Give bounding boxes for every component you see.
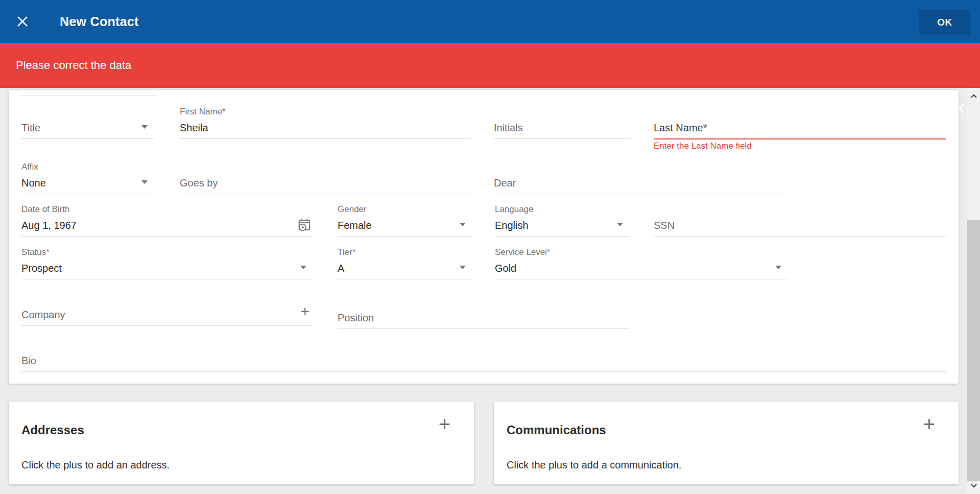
dialog-header: New Contact OK (0, 0, 980, 43)
scrollbar-down-icon[interactable] (967, 479, 980, 493)
calendar-clock-icon[interactable] (297, 218, 312, 232)
chevron-down-icon (141, 125, 148, 129)
chevron-down-icon (460, 223, 466, 226)
language-value: English (495, 220, 529, 231)
status-value: Prospect (21, 263, 62, 274)
communications-title: Communications (507, 423, 606, 437)
chevron-down-icon (460, 266, 466, 269)
addresses-section: Addresses + Click the plus to add an add… (9, 402, 474, 484)
validation-alert-banner: Please correct the data (0, 43, 980, 88)
title-select-placeholder: Title (21, 122, 40, 134)
communications-hint: Click the plus to add a communication. (507, 459, 681, 471)
bio-field[interactable]: Bio (21, 338, 946, 372)
chevron-down-icon (617, 223, 623, 226)
truncated-field-underline (21, 96, 156, 96)
first-name-field[interactable]: First Name* Sheila (180, 105, 471, 139)
bio-placeholder: Bio (21, 355, 36, 367)
language-select[interactable]: Language English (495, 203, 629, 237)
scrollbar-thumb[interactable] (967, 220, 980, 481)
tier-value: A (338, 263, 344, 274)
last-name-placeholder: Last Name* (654, 122, 707, 134)
service-level-value: Gold (495, 263, 516, 274)
addresses-hint: Click the plus to add an address. (21, 459, 170, 471)
status-select[interactable]: Status* Prospect (21, 246, 313, 279)
initials-placeholder: Initials (494, 122, 523, 134)
service-level-select[interactable]: Service Level* Gold (495, 246, 787, 279)
position-field[interactable]: Position (338, 295, 630, 329)
chevron-down-icon (775, 266, 781, 269)
company-placeholder: Company (21, 309, 65, 321)
service-level-label: Service Level* (495, 247, 551, 257)
add-communication-plus-icon[interactable]: + (923, 414, 935, 434)
date-of-birth-field[interactable]: Date of Birth Aug 1, 1967 (21, 203, 313, 237)
dear-placeholder: Dear (494, 177, 516, 189)
page-title: New Contact (60, 0, 139, 43)
ok-button[interactable]: OK (919, 10, 970, 35)
new-contact-dialog: New Contact OK Please correct the data T… (0, 0, 980, 494)
last-name-field[interactable]: Last Name* (654, 105, 946, 139)
chevron-down-icon (141, 180, 148, 184)
goes-by-field[interactable]: Goes by (180, 160, 471, 194)
tier-label: Tier* (338, 247, 355, 257)
first-name-label: First Name* (180, 107, 226, 117)
date-of-birth-value: Aug 1, 1967 (21, 220, 77, 231)
gender-value: Female (338, 220, 372, 231)
close-icon[interactable] (15, 14, 30, 29)
last-name-error: Enter the Last Name field (654, 141, 752, 151)
affix-select[interactable]: Affix None (21, 160, 154, 194)
language-label: Language (495, 204, 534, 215)
company-field[interactable]: Company + (21, 292, 313, 326)
dear-field[interactable]: Dear (494, 160, 787, 194)
title-select[interactable]: Title (21, 105, 154, 139)
date-of-birth-label: Date of Birth (21, 204, 70, 215)
position-placeholder: Position (338, 312, 374, 324)
ssn-field[interactable]: SSN (654, 203, 946, 237)
add-address-plus-icon[interactable]: + (439, 414, 450, 434)
first-name-value: Sheila (180, 122, 208, 134)
initials-field[interactable]: Initials (494, 105, 631, 139)
scrollbar-track[interactable] (967, 88, 980, 494)
add-company-plus-icon[interactable]: + (300, 304, 309, 319)
affix-label: Affix (21, 162, 38, 172)
scrollbar-up-icon[interactable] (967, 89, 980, 103)
communications-section: Communications + Click the plus to add a… (494, 402, 959, 484)
chevron-down-icon (300, 266, 306, 269)
gender-label: Gender (338, 204, 367, 215)
addresses-title: Addresses (21, 423, 84, 437)
tier-select[interactable]: Tier* A (338, 246, 472, 279)
goes-by-placeholder: Goes by (180, 177, 218, 189)
affix-value: None (21, 177, 46, 189)
ssn-placeholder: SSN (654, 220, 675, 231)
status-label: Status* (21, 247, 50, 257)
alert-message: Please correct the data (16, 43, 131, 88)
gender-select[interactable]: Gender Female (338, 203, 472, 237)
